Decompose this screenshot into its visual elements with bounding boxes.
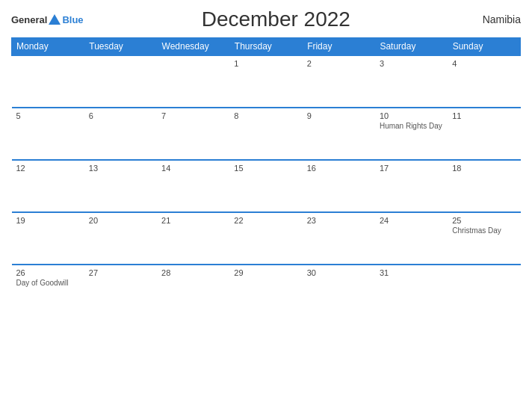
day-number: 28 <box>161 268 225 277</box>
calendar-cell <box>84 55 157 108</box>
calendar-cell: 31 <box>375 265 448 317</box>
col-thursday: Thursday <box>229 38 302 56</box>
holiday-name: Day of Goodwill <box>16 279 80 287</box>
day-number: 21 <box>161 216 225 225</box>
calendar-cell: 4 <box>448 55 520 108</box>
calendar-cell: 11 <box>448 108 520 160</box>
day-number: 8 <box>234 111 297 120</box>
calendar-cell: 17 <box>375 160 448 212</box>
day-number: 29 <box>234 268 297 277</box>
day-number: 10 <box>380 111 443 120</box>
day-number: 5 <box>16 111 80 120</box>
calendar-week-row: 12131415161718 <box>12 160 521 212</box>
calendar-table: Monday Tuesday Wednesday Thursday Friday… <box>11 37 521 317</box>
holiday-name: Human Rights Day <box>380 122 443 130</box>
day-number: 11 <box>452 111 516 120</box>
calendar-cell <box>12 55 84 108</box>
day-number: 4 <box>452 59 516 68</box>
day-number: 27 <box>89 268 152 277</box>
calendar-cell: 1 <box>229 55 302 108</box>
day-number: 23 <box>307 216 371 225</box>
col-sunday: Sunday <box>448 38 520 56</box>
calendar-cell: 12 <box>12 160 84 212</box>
calendar-cell: 15 <box>229 160 302 212</box>
calendar-cell: 29 <box>229 265 302 317</box>
col-tuesday: Tuesday <box>84 38 157 56</box>
calendar-cell <box>157 55 229 108</box>
calendar-cell: 25Christmas Day <box>448 212 520 265</box>
calendar-cell: 24 <box>375 212 448 265</box>
calendar-cell: 16 <box>303 160 375 212</box>
day-number: 13 <box>89 164 152 173</box>
calendar-cell: 18 <box>448 160 520 212</box>
logo: General Blue <box>11 14 84 25</box>
calendar-cell: 5 <box>12 108 84 160</box>
day-number: 16 <box>307 164 371 173</box>
calendar-cell: 8 <box>229 108 302 160</box>
day-number: 12 <box>16 164 80 173</box>
country-name: Namibia <box>468 13 521 25</box>
day-number: 1 <box>234 59 297 68</box>
day-number: 31 <box>380 268 443 277</box>
calendar-cell: 19 <box>12 212 84 265</box>
col-friday: Friday <box>303 38 375 56</box>
col-monday: Monday <box>12 38 84 56</box>
day-number: 19 <box>16 216 80 225</box>
day-number: 17 <box>380 164 443 173</box>
calendar-cell: 2 <box>303 55 375 108</box>
day-number: 18 <box>452 164 516 173</box>
calendar-cell: 3 <box>375 55 448 108</box>
calendar-cell: 10Human Rights Day <box>375 108 448 160</box>
calendar-cell <box>448 265 520 317</box>
calendar-cell: 26Day of Goodwill <box>12 265 84 317</box>
calendar-cell: 7 <box>157 108 229 160</box>
calendar-cell: 23 <box>303 212 375 265</box>
calendar-cell: 20 <box>84 212 157 265</box>
logo-triangle-icon <box>49 14 61 25</box>
calendar-cell: 30 <box>303 265 375 317</box>
calendar-cell: 22 <box>229 212 302 265</box>
day-number: 14 <box>161 164 225 173</box>
day-number: 25 <box>452 216 516 225</box>
calendar-cell: 13 <box>84 160 157 212</box>
calendar-week-row: 19202122232425Christmas Day <box>12 212 521 265</box>
day-number: 22 <box>234 216 297 225</box>
holiday-name: Christmas Day <box>452 226 516 235</box>
day-number: 24 <box>380 216 443 225</box>
day-number: 26 <box>16 268 80 277</box>
calendar-header: General Blue December 2022 Namibia <box>11 7 521 31</box>
col-saturday: Saturday <box>375 38 448 56</box>
day-number: 30 <box>307 268 371 277</box>
calendar-cell: 9 <box>303 108 375 160</box>
calendar-cell: 6 <box>84 108 157 160</box>
calendar-week-row: 26Day of Goodwill2728293031 <box>12 265 521 317</box>
calendar-page: General Blue December 2022 Namibia Monda… <box>0 0 532 411</box>
calendar-cell: 14 <box>157 160 229 212</box>
month-title: December 2022 <box>84 7 468 31</box>
day-number: 20 <box>89 216 152 225</box>
day-number: 3 <box>380 59 443 68</box>
calendar-header-row: Monday Tuesday Wednesday Thursday Friday… <box>12 38 521 56</box>
calendar-cell: 27 <box>84 265 157 317</box>
calendar-week-row: 5678910Human Rights Day11 <box>12 108 521 160</box>
day-number: 6 <box>89 111 152 120</box>
calendar-week-row: 1234 <box>12 55 521 108</box>
calendar-cell: 21 <box>157 212 229 265</box>
logo-general: General <box>11 14 47 25</box>
calendar-cell: 28 <box>157 265 229 317</box>
logo-blue: Blue <box>62 14 83 25</box>
day-number: 15 <box>234 164 297 173</box>
day-number: 9 <box>307 111 371 120</box>
col-wednesday: Wednesday <box>157 38 229 56</box>
day-number: 7 <box>161 111 225 120</box>
day-number: 2 <box>307 59 371 68</box>
